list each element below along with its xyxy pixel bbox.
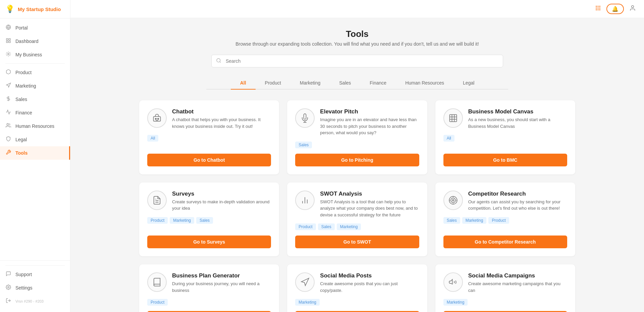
tab-finance[interactable]: Finance [360, 77, 396, 90]
business-plan-tags: Product [147, 299, 271, 306]
sidebar-item-label: My Business [15, 52, 42, 57]
page-title: Tools [84, 29, 631, 39]
svg-point-24 [155, 118, 157, 120]
elevator-pitch-icon [295, 108, 315, 128]
svg-point-6 [8, 53, 9, 55]
portal-icon [5, 24, 11, 31]
sidebar-item-label: Support [15, 272, 32, 277]
swot-title: SWOT Analysis [320, 191, 419, 197]
topbar: 🔔 [70, 0, 644, 18]
chatbot-desc: A chatbot that helps you with your busin… [172, 116, 271, 129]
svg-point-8 [7, 123, 8, 125]
tab-human-resources[interactable]: Human Resources [396, 77, 453, 90]
sidebar-item-sales[interactable]: Sales [0, 93, 70, 106]
card-business-plan-header: Business Plan Generator During your busi… [147, 272, 271, 294]
cards-grid: Chatbot A chatbot that helps you with yo… [139, 100, 575, 312]
sidebar-divider [5, 63, 65, 64]
svg-rect-19 [599, 9, 600, 10]
card-surveys-text: Surveys Create surveys to make in-depth … [172, 191, 271, 212]
bell-icon: 🔔 [612, 6, 619, 12]
social-media-campaigns-title: Social Media Campaigns [468, 272, 567, 279]
svg-rect-2 [6, 39, 8, 40]
marketing-icon [5, 83, 11, 89]
card-business-plan-text: Business Plan Generator During your busi… [172, 272, 271, 294]
swot-icon [295, 191, 315, 210]
version-text: Vrsn #290 - #203 [15, 299, 44, 303]
svg-rect-28 [449, 115, 457, 122]
surveys-button[interactable]: Go to Surveys [147, 236, 271, 248]
card-competitor-research-header: Competitor Research Our agents can assis… [443, 191, 567, 212]
sidebar-item-product[interactable]: Product [0, 66, 70, 79]
tag-marketing: Marketing [462, 217, 487, 224]
chatbot-tags: All [147, 135, 271, 142]
bmc-button[interactable]: Go to BMC [443, 154, 567, 166]
settings-icon [5, 284, 11, 291]
sidebar-item-label: Legal [15, 137, 27, 142]
svg-point-21 [217, 59, 220, 62]
sidebar-item-legal[interactable]: Legal [0, 133, 70, 146]
sidebar-item-portal[interactable]: Portal [0, 21, 70, 35]
tag-all: All [443, 135, 454, 142]
card-elevator-pitch: Elevator Pitch Imagine you are in an ele… [287, 100, 427, 174]
tab-legal[interactable]: Legal [453, 77, 484, 90]
swot-button[interactable]: Go to SWOT [295, 236, 419, 248]
svg-rect-18 [598, 9, 599, 10]
page-subtitle: Browse through our expanding tools colle… [84, 41, 631, 47]
chatbot-button[interactable]: Go to Chatbot [147, 154, 271, 166]
notification-button[interactable]: 🔔 [606, 4, 624, 14]
sidebar-bottom-divider [5, 265, 65, 266]
sidebar-item-settings[interactable]: Settings [0, 281, 70, 295]
card-social-media-posts: Social Media Posts Create awesome posts … [287, 264, 427, 312]
sidebar-item-human-resources[interactable]: Human Resources [0, 119, 70, 133]
tag-marketing: Marketing [170, 217, 194, 224]
sidebar-bottom: Support Settings Vrsn #290 - #203 [0, 260, 70, 312]
grid-icon[interactable] [595, 5, 601, 13]
back-icon [5, 298, 11, 305]
sidebar-item-marketing[interactable]: Marketing [0, 79, 70, 93]
card-competitor-research: Competitor Research Our agents can assis… [435, 183, 575, 257]
sidebar-item-back[interactable]: Vrsn #290 - #203 [0, 295, 70, 308]
tab-product[interactable]: Product [256, 77, 290, 90]
svg-rect-3 [9, 39, 10, 40]
sidebar-item-label: Product [15, 70, 32, 75]
sidebar-item-support[interactable]: Support [0, 268, 70, 281]
sidebar-item-label: Human Resources [15, 123, 54, 129]
svg-rect-11 [596, 6, 597, 7]
competitor-research-icon [443, 191, 463, 210]
elevator-pitch-tags: Sales [295, 142, 419, 148]
svg-point-38 [449, 196, 457, 204]
tab-sales[interactable]: Sales [330, 77, 360, 90]
tag-all: All [147, 135, 158, 142]
surveys-icon [147, 191, 167, 210]
social-media-posts-title: Social Media Posts [320, 272, 419, 279]
sidebar-item-my-business[interactable]: My Business [0, 48, 70, 61]
user-icon[interactable] [629, 5, 636, 13]
finance-icon [5, 109, 11, 116]
social-media-campaigns-tags: Marketing [443, 299, 567, 306]
elevator-pitch-button[interactable]: Go to Pitching [295, 154, 419, 166]
sidebar-item-label: Finance [15, 110, 32, 115]
card-social-media-campaigns-header: Social Media Campaigns Create awesome ma… [443, 272, 567, 294]
sidebar-item-finance[interactable]: Finance [0, 106, 70, 119]
svg-point-39 [451, 198, 455, 203]
tab-marketing[interactable]: Marketing [290, 77, 330, 90]
logo-icon: 💡 [5, 5, 14, 13]
sidebar-nav: Portal Dashboard My Business Product Ma [0, 18, 70, 260]
sidebar-item-tools[interactable]: Tools [0, 146, 70, 160]
card-elevator-pitch-header: Elevator Pitch Imagine you are in an ele… [295, 108, 419, 136]
competitor-research-button[interactable]: Go to Competitor Research [443, 236, 567, 248]
bmc-tags: All [443, 135, 567, 142]
my-business-icon [5, 51, 11, 58]
sidebar-item-label: Dashboard [15, 39, 39, 44]
svg-rect-5 [6, 41, 8, 43]
search-input[interactable] [211, 55, 503, 67]
tag-marketing: Marketing [443, 299, 468, 306]
svg-rect-4 [9, 41, 10, 43]
human-resources-icon [5, 123, 11, 129]
business-plan-icon [147, 272, 167, 292]
sidebar-item-dashboard[interactable]: Dashboard [0, 35, 70, 48]
social-media-posts-desc: Create awesome posts that you can just c… [320, 280, 419, 294]
business-plan-desc: During your business journey, you will n… [172, 280, 271, 294]
svg-rect-13 [599, 6, 600, 7]
tab-all[interactable]: All [231, 77, 256, 90]
